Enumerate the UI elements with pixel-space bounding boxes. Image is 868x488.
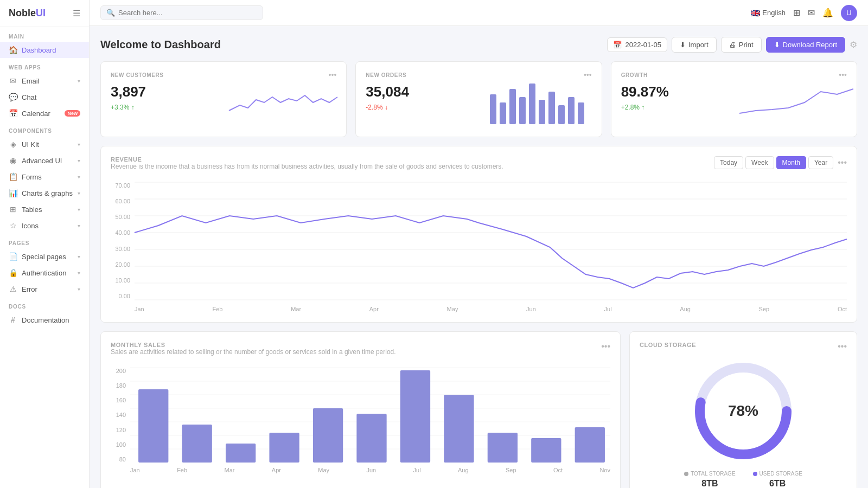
svg-rect-34 (531, 438, 561, 463)
tab-year[interactable]: Year (808, 156, 833, 169)
bell-icon[interactable]: 🔔 (822, 8, 833, 18)
svg-rect-5 (539, 100, 545, 124)
stat-label-orders: NEW ORDERS (366, 72, 406, 78)
import-icon: ⬇ (680, 41, 686, 49)
sidebar-logo: NobleUI ☰ (0, 0, 89, 27)
revenue-menu[interactable]: ••• (838, 158, 847, 168)
sidebar-label-documentation: Documentation (22, 316, 80, 324)
chevron-email: ▾ (78, 78, 80, 84)
sidebar-label-calendar: Calendar (22, 110, 60, 118)
advancedui-icon: ◉ (9, 156, 17, 165)
language-label: English (762, 9, 786, 17)
svg-rect-26 (182, 425, 212, 463)
svg-rect-33 (488, 433, 518, 463)
mail-icon[interactable]: ✉ (808, 8, 815, 18)
sidebar-label-advancedui: Advanced UI (22, 157, 73, 165)
sidebar-item-calendar[interactable]: 📅CalendarNew (0, 105, 89, 121)
tab-week[interactable]: Week (745, 156, 774, 169)
sidebar-item-forms[interactable]: 📋Forms▾ (0, 169, 89, 185)
page-title: Welcome to Dashboard (100, 38, 221, 51)
cloud-storage-menu[interactable]: ••• (838, 342, 847, 351)
sidebar-section-label: COMPONENTS (0, 121, 89, 136)
svg-rect-4 (529, 84, 535, 124)
chevron-forms: ▾ (78, 174, 80, 180)
svg-rect-0 (490, 94, 496, 124)
sidebar-label-chat: Chat (22, 93, 80, 101)
monthly-sales-chart-container: 20018016014012010080 (111, 368, 610, 473)
sidebar-label-tables: Tables (22, 206, 73, 214)
specialpages-icon: 📄 (9, 252, 17, 261)
sidebar-item-icons[interactable]: ☆Icons▾ (0, 217, 89, 234)
sidebar-item-documentation[interactable]: #Documentation (0, 312, 89, 328)
stat-card-orders: NEW ORDERS ••• 35,084 -2.8% ↓ (355, 61, 602, 137)
avatar[interactable]: U (841, 5, 857, 21)
revenue-x-axis: JanFebMarAprMayJunJulAugSepOct (135, 304, 847, 312)
svg-rect-29 (313, 408, 343, 463)
chevron-error: ▾ (78, 286, 80, 292)
sidebar-item-advancedui[interactable]: ◉Advanced UI▾ (0, 152, 89, 169)
bottom-row: MONTHLY SALES Sales are activities relat… (100, 331, 857, 488)
language-selector[interactable]: 🇬🇧 English (751, 9, 786, 17)
page-header: Welcome to Dashboard 📅 2022-01-05 ⬇ Impo… (100, 37, 857, 53)
error-icon: ⚠ (9, 285, 17, 293)
sidebar-item-charts[interactable]: 📊Charts & graphs▾ (0, 185, 89, 201)
flag-icon: 🇬🇧 (751, 9, 760, 17)
download-report-button[interactable]: ⬇ Download Report (766, 37, 845, 53)
sidebar-item-specialpages[interactable]: 📄Special pages▾ (0, 248, 89, 265)
import-button[interactable]: ⬇ Import (672, 37, 717, 53)
revenue-chart-card: REVENUE Revenue is the income that a bus… (100, 146, 857, 323)
sidebar-section-label: WEB APPS (0, 58, 89, 73)
svg-rect-3 (519, 97, 526, 124)
sidebar-item-authentication[interactable]: 🔒Authentication▾ (0, 265, 89, 281)
revenue-tabs: Today Week Month Year (714, 156, 833, 169)
sidebar-item-tables[interactable]: ⊞Tables▾ (0, 201, 89, 217)
stat-chart-growth (739, 73, 848, 126)
search-box[interactable]: 🔍 (100, 5, 263, 20)
sidebar-section-label: DOCS (0, 297, 89, 312)
sidebar-item-dashboard[interactable]: 🏠Dashboard (0, 42, 89, 58)
stat-chart-orders (484, 73, 593, 126)
sidebar-label-specialpages: Special pages (22, 253, 73, 261)
revenue-card-header: REVENUE Revenue is the income that a bus… (111, 156, 847, 179)
monthly-sales-menu[interactable]: ••• (601, 342, 610, 351)
icons-icon: ☆ (9, 221, 17, 230)
hamburger-icon[interactable]: ☰ (73, 8, 80, 18)
donut-container: 78% (640, 357, 847, 465)
total-storage-item: TOTAL STORAGE 8TB (684, 471, 735, 488)
sidebar-item-email[interactable]: ✉Email▾ (0, 73, 89, 89)
chevron-specialpages: ▾ (78, 254, 80, 260)
sidebar-item-uikit[interactable]: ◈UI Kit▾ (0, 136, 89, 152)
total-storage-label: TOTAL STORAGE (684, 471, 735, 477)
date-picker[interactable]: 📅 2022-01-05 (607, 37, 667, 52)
svg-rect-9 (578, 102, 584, 124)
sidebar-item-error[interactable]: ⚠Error▾ (0, 281, 89, 297)
search-input[interactable] (118, 9, 257, 17)
svg-rect-35 (575, 427, 605, 463)
sidebar-label-email: Email (22, 77, 73, 85)
dashboard-icon: 🏠 (9, 46, 17, 54)
svg-rect-25 (138, 389, 168, 463)
monthly-sales-header: MONTHLY SALES Sales are activities relat… (111, 342, 610, 364)
charts-icon: 📊 (9, 189, 17, 197)
print-button[interactable]: 🖨 Print (721, 37, 762, 53)
grid-icon[interactable]: ⊞ (793, 8, 800, 18)
chevron-uikit: ▾ (78, 142, 80, 147)
storage-info: TOTAL STORAGE 8TB USED STORAGE 6TB (640, 471, 847, 488)
tab-month[interactable]: Month (776, 156, 806, 169)
sidebar-label-authentication: Authentication (22, 269, 73, 277)
revenue-title: REVENUE (111, 156, 503, 163)
total-dot (684, 472, 688, 476)
stats-row: NEW CUSTOMERS ••• 3,897 +3.3% ↑ NEW ORDE… (100, 61, 857, 137)
chevron-icons: ▾ (78, 223, 80, 229)
tables-icon: ⊞ (9, 205, 17, 214)
svg-rect-2 (509, 89, 516, 124)
monthly-sales-x-axis: JanFebMarAprMayJunJulAugSepOctNov (130, 465, 610, 473)
used-storage-value: 6TB (753, 479, 802, 488)
tab-today[interactable]: Today (714, 156, 743, 169)
sidebar-label-dashboard: Dashboard (22, 46, 80, 54)
sidebar-item-chat[interactable]: 💬Chat (0, 89, 89, 105)
settings-icon[interactable]: ⚙ (850, 40, 857, 50)
used-storage-item: USED STORAGE 6TB (753, 471, 802, 488)
date-value: 2022-01-05 (625, 41, 661, 49)
revenue-chart-container: 70.0060.0050.0040.0030.0020.0010.000.00 (111, 182, 847, 312)
